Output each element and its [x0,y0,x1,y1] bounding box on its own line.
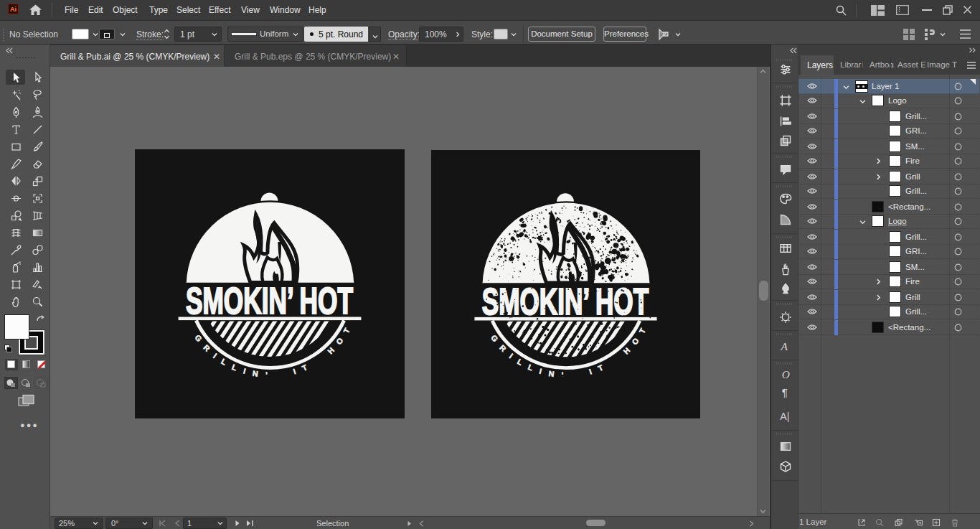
svg-text:O: O [782,368,790,380]
svg-text:A|: A| [780,411,789,422]
svg-text:SMOKIN’ HOT: SMOKIN’ HOT [482,281,649,322]
svg-text:¶: ¶ [782,386,788,398]
svg-text:A: A [781,340,788,352]
svg-text:SMOKIN’ HOT: SMOKIN’ HOT [186,280,353,322]
